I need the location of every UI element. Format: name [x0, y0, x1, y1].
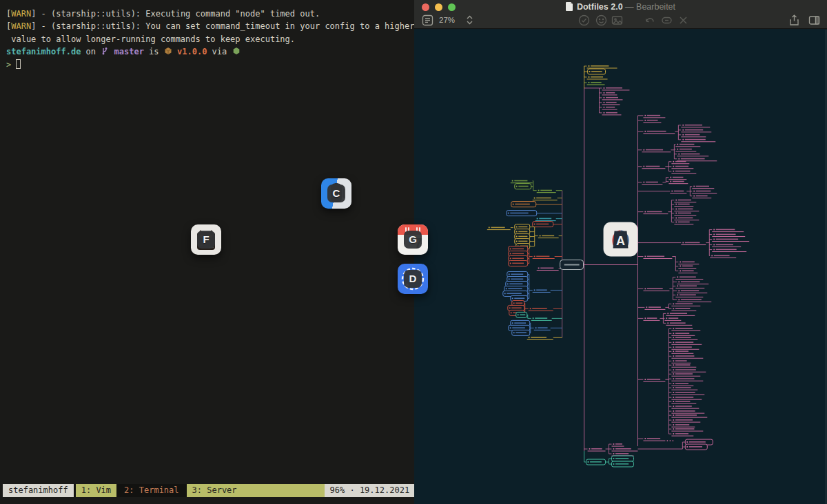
mindmap-node[interactable]	[587, 82, 605, 85]
mindmap-node[interactable]	[675, 149, 696, 151]
mindmap-node[interactable]	[671, 433, 693, 436]
mindmap-node[interactable]	[712, 229, 744, 232]
mindmap-node[interactable]	[671, 373, 700, 376]
mindmap-node[interactable]	[643, 115, 665, 118]
mindmap-node[interactable]	[678, 266, 696, 269]
sticker-icon[interactable]	[595, 14, 607, 26]
mindmap-node[interactable]	[529, 308, 553, 311]
mindmap-node[interactable]	[681, 242, 706, 245]
mindmap-node[interactable]	[511, 180, 533, 183]
mindmap-node[interactable]	[675, 294, 703, 297]
mindmap-node[interactable]	[643, 438, 665, 441]
mindmap-node[interactable]	[671, 392, 704, 395]
mindmap-node[interactable]	[671, 383, 693, 386]
mindmap-node[interactable]	[664, 317, 681, 320]
fold-node-icon[interactable]	[661, 14, 673, 26]
mindmap-node[interactable]	[671, 328, 700, 330]
mindmap-node[interactable]	[681, 134, 706, 137]
mindmap-node[interactable]	[674, 213, 696, 216]
undo-icon[interactable]	[644, 14, 655, 26]
mindmap-node[interactable]	[535, 218, 556, 221]
mindmap-node[interactable]	[710, 255, 736, 258]
sidebar-toggle-icon[interactable]	[808, 14, 820, 26]
mindmap-node[interactable]	[643, 317, 660, 320]
mindmap-node[interactable]	[681, 129, 711, 132]
mindmap-node[interactable]	[516, 312, 527, 317]
disconnect-icon[interactable]	[677, 14, 689, 26]
mindmap-node[interactable]	[612, 461, 634, 467]
mindmap-root-image[interactable]: A	[604, 222, 638, 257]
mindmap-node[interactable]	[671, 346, 699, 349]
app-icon-d[interactable]: D	[398, 264, 428, 294]
mindmap-node[interactable]	[512, 330, 530, 335]
mindmap-node[interactable]	[642, 182, 662, 185]
mindmap-node[interactable]	[642, 149, 671, 152]
mindmap-node[interactable]	[588, 69, 606, 74]
mindmap-node[interactable]	[692, 196, 711, 198]
app-icon-f[interactable]: F	[191, 224, 221, 255]
zoom-stepper[interactable]	[466, 14, 473, 26]
mindmap-node[interactable]	[671, 410, 704, 413]
tmux-segment[interactable]: stefanimhoff	[3, 484, 74, 497]
mindmap-node[interactable]	[677, 154, 708, 156]
mindmap-node[interactable]	[587, 65, 617, 68]
mindmap-node[interactable]	[602, 87, 630, 90]
mindmap-node[interactable]	[677, 281, 708, 284]
mindmap-node[interactable]	[537, 267, 559, 270]
mindmap-node[interactable]	[674, 209, 699, 211]
mindmap-node[interactable]	[509, 261, 528, 266]
app-icon-g[interactable]: 7 G	[398, 224, 428, 255]
mindmap-node[interactable]	[671, 428, 703, 431]
mindmap-node[interactable]	[487, 227, 511, 230]
mindmap-node[interactable]	[533, 222, 553, 227]
mindmap-node[interactable]	[612, 453, 634, 456]
tmux-segment[interactable]: 2: Terminal	[119, 484, 184, 497]
mindmap-node[interactable]	[677, 299, 711, 302]
mindmap-node[interactable]	[692, 186, 714, 189]
mindmap-node[interactable]	[602, 102, 620, 105]
mindmap-node[interactable]	[671, 401, 696, 403]
mindmap-node[interactable]	[671, 419, 700, 422]
mindmap-node[interactable]	[671, 397, 702, 399]
mindmap-node[interactable]	[671, 308, 696, 311]
mindmap-node[interactable]	[671, 166, 693, 169]
mindmap-node[interactable]	[671, 424, 695, 427]
mindmap-node[interactable]	[533, 256, 555, 259]
mindmap-node[interactable]	[507, 211, 537, 216]
mindmap-node[interactable]	[668, 177, 686, 180]
mindmap-node[interactable]	[671, 303, 700, 306]
mindmap-node[interactable]	[515, 184, 531, 189]
mindmap-node[interactable]	[678, 270, 697, 273]
mindmap-node[interactable]	[527, 337, 553, 339]
mindmap-node[interactable]	[643, 379, 665, 381]
mindmap-node[interactable]	[671, 342, 702, 344]
mindmap-node[interactable]	[666, 322, 692, 325]
mindmap-node[interactable]	[674, 200, 696, 202]
mindmap-node[interactable]	[643, 256, 672, 259]
mindmap-node[interactable]	[671, 369, 706, 372]
mindmap-node[interactable]	[671, 364, 696, 367]
mindmap-node[interactable]	[712, 234, 745, 237]
mindmap-node[interactable]	[675, 276, 703, 279]
mindmap-node[interactable]	[612, 443, 624, 446]
mindmap-root-node[interactable]	[560, 260, 584, 270]
mindmap-node[interactable]	[602, 97, 623, 100]
mindmap-node[interactable]	[511, 202, 536, 207]
app-icon-c[interactable]: C	[321, 178, 351, 209]
mindmap-node[interactable]	[643, 131, 675, 134]
mindmap-node[interactable]	[642, 166, 665, 169]
mindmap-node[interactable]	[643, 120, 661, 123]
mindmap-node[interactable]	[692, 191, 717, 193]
mindmap-node[interactable]	[587, 76, 608, 79]
mindmap-node[interactable]	[671, 406, 699, 408]
mindmap-node[interactable]	[533, 198, 558, 200]
mindmap-node[interactable]	[671, 355, 703, 358]
mindmap-node[interactable]	[671, 171, 696, 174]
mindmap-node[interactable]	[675, 144, 700, 147]
mindmap-node[interactable]	[685, 444, 707, 450]
mindmap-node[interactable]	[674, 204, 693, 207]
mindmap-node[interactable]	[643, 211, 668, 214]
mindmap-node[interactable]	[677, 158, 717, 161]
mindmap-node[interactable]	[533, 289, 551, 292]
task-icon[interactable]	[578, 14, 590, 26]
